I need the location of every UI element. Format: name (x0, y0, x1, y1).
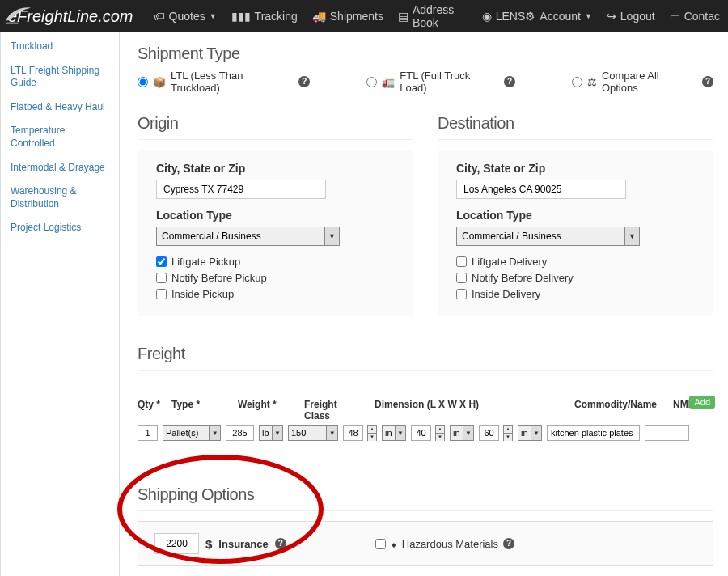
nav-addressbook[interactable]: ▤ Address Book (398, 3, 468, 29)
col-weight: Weight * (238, 399, 294, 421)
ship-type-ltl-label: LTL (Less Than Truckload) (171, 70, 294, 94)
dest-inside-label: Inside Delivery (472, 288, 540, 300)
sidebar-item-truckload[interactable]: Truckload (11, 40, 109, 53)
ship-type-compare-label: Compare All Options (602, 70, 697, 94)
commodity-input[interactable] (547, 425, 640, 441)
destination-panel: City, State or Zip Location Type Commerc… (438, 150, 713, 316)
origin-notify-checkbox[interactable] (156, 273, 167, 283)
origin-city-input[interactable] (156, 180, 326, 199)
section-origin: Origin (138, 114, 413, 133)
section-freight: Freight (138, 345, 713, 363)
book-icon: ▤ (398, 10, 408, 23)
nav-addressbook-label: Address Book (413, 3, 468, 29)
col-commodity: Commodity/Name (574, 399, 663, 421)
sidebar: Truckload LTL Freight Shipping Guide Fla… (0, 32, 120, 576)
col-class: Freight Class (304, 399, 365, 421)
help-icon[interactable]: ? (503, 538, 514, 549)
origin-location-type-select[interactable]: Commercial / Business ▼ (156, 227, 340, 246)
origin-liftgate-checkbox[interactable] (156, 256, 167, 267)
ship-type-compare[interactable]: ⚖ Compare All Options ? (572, 70, 713, 94)
dim-l-input[interactable] (343, 425, 363, 441)
dest-notify-checkbox[interactable] (456, 273, 467, 283)
chevron-down-icon: ▼ (326, 426, 337, 440)
scale-icon: ⚖ (587, 76, 597, 88)
nav-lens[interactable]: ◉ LENS (482, 10, 526, 23)
gear-icon: ⚙ (525, 10, 535, 23)
dest-liftgate-checkbox[interactable] (456, 256, 467, 267)
dim-w-spinner[interactable]: ▲▼ (435, 425, 445, 441)
radio-ltl[interactable] (138, 77, 148, 87)
section-shipment-type: Shipment Type (138, 44, 713, 63)
insurance-input[interactable] (154, 533, 199, 554)
nmfc-input[interactable] (645, 425, 689, 441)
chevron-down-icon: ▼ (585, 12, 592, 20)
chevron-down-icon: ▼ (272, 426, 282, 440)
target-icon: ◉ (482, 10, 492, 23)
tag-icon: 🏷 (154, 10, 165, 23)
logout-icon: ↪ (607, 10, 616, 23)
dest-inside-checkbox[interactable] (456, 289, 467, 299)
dim-w-input[interactable] (411, 425, 431, 441)
dim-h-input[interactable] (479, 425, 499, 441)
dest-city-label: City, State or Zip (456, 162, 700, 175)
nav-tracking[interactable]: ▮▮▮ Tracking (231, 10, 298, 23)
ship-type-ftl[interactable]: 🚛 FTL (Full Truck Load) ? (366, 70, 515, 94)
radio-ftl[interactable] (366, 77, 377, 87)
nav-quotes-label: Quotes (169, 10, 205, 23)
dim-w-unit-select[interactable]: in▼ (450, 425, 474, 441)
radio-compare[interactable] (572, 77, 582, 87)
origin-liftgate-label: Liftgate Pickup (171, 256, 240, 268)
dim-l-unit-select[interactable]: in▼ (382, 425, 406, 441)
dim-l-spinner[interactable]: ▲▼ (367, 425, 377, 441)
nav-shipments-label: Shipments (330, 10, 383, 23)
box-icon: 📦 (153, 76, 166, 88)
section-shipping-options: Shipping Options (138, 485, 713, 504)
sidebar-item-warehousing[interactable]: Warehousing & Distribution (11, 185, 109, 210)
sidebar-item-project-logistics[interactable]: Project Logistics (11, 222, 109, 235)
sidebar-item-ltl-guide[interactable]: LTL Freight Shipping Guide (11, 65, 109, 90)
origin-city-label: City, State or Zip (156, 162, 400, 175)
dest-notify-label: Notify Before Delivery (472, 272, 574, 284)
class-select[interactable]: 150▼ (288, 425, 338, 441)
hazmat-label: Hazardous Materials (402, 538, 498, 550)
dim-h-unit-select[interactable]: in▼ (518, 425, 542, 441)
qty-input[interactable] (138, 425, 158, 441)
col-type: Type * (171, 399, 228, 421)
dest-city-input[interactable] (456, 180, 626, 199)
origin-notify-label: Notify Before Pickup (171, 272, 267, 284)
ship-type-ltl[interactable]: 📦 LTL (Less Than Truckload) ? (138, 70, 310, 94)
chevron-down-icon: ▼ (624, 227, 639, 245)
help-icon[interactable]: ? (504, 76, 515, 87)
section-destination: Destination (438, 114, 713, 133)
nav-logout[interactable]: ↪ Logout (607, 10, 655, 23)
dim-h-spinner[interactable]: ▲▼ (503, 425, 513, 441)
hazmat-checkbox[interactable] (375, 539, 386, 549)
type-select[interactable]: Pallet(s)▼ (163, 425, 221, 441)
sidebar-item-temperature[interactable]: Temperature Controlled (11, 125, 109, 150)
weight-unit-select[interactable]: lb▼ (259, 425, 283, 441)
origin-panel: City, State or Zip Location Type Commerc… (138, 150, 413, 316)
nav-shipments[interactable]: 🚚 Shipments (312, 10, 383, 23)
chevron-down-icon: ▼ (531, 426, 541, 440)
truck-icon: 🚚 (312, 10, 326, 23)
help-icon[interactable]: ? (702, 76, 713, 87)
weight-input[interactable] (226, 425, 254, 441)
freight-row: Pallet(s)▼ lb▼ 150▼ ▲▼ in▼ ▲▼ in▼ ▲▼ in▼ (138, 425, 713, 441)
dest-liftgate-label: Liftgate Delivery (472, 256, 547, 268)
origin-inside-checkbox[interactable] (156, 289, 167, 299)
dest-location-type-select[interactable]: Commercial / Business ▼ (456, 227, 640, 246)
nav-quotes[interactable]: 🏷 Quotes ▼ (154, 10, 217, 23)
main-content: Shipment Type 📦 LTL (Less Than Truckload… (120, 32, 728, 576)
dest-location-type-label: Location Type (456, 209, 700, 222)
sidebar-item-flatbed[interactable]: Flatbed & Heavy Haul (11, 101, 109, 114)
chevron-down-icon: ▼ (324, 227, 339, 245)
sidebar-item-intermodal[interactable]: Intermodal & Drayage (11, 162, 109, 175)
ship-type-ftl-label: FTL (Full Truck Load) (400, 70, 499, 94)
nav-contact[interactable]: ▭ Contac (670, 10, 720, 23)
nav-account[interactable]: ⚙ Account ▼ (525, 10, 592, 23)
help-icon[interactable]: ? (298, 76, 310, 87)
add-freight-button[interactable]: Add (689, 396, 715, 409)
logo[interactable]: eFreightLine.com (8, 7, 133, 26)
col-qty: Qty * (138, 399, 162, 421)
help-icon[interactable]: ? (275, 538, 286, 549)
